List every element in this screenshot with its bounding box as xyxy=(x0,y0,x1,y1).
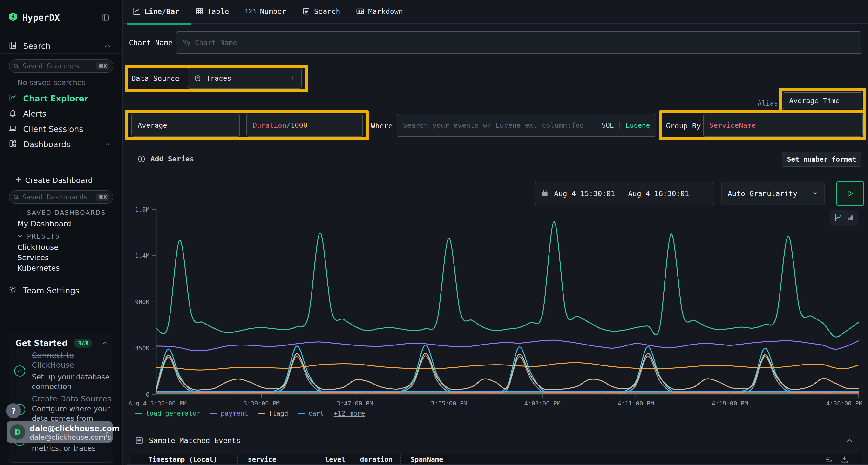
sidebar-item-alerts[interactable]: Alerts xyxy=(23,109,46,119)
svg-text:Aug 4 3:30:00 PM: Aug 4 3:30:00 PM xyxy=(128,400,187,406)
granularity-select[interactable]: Auto Granularity xyxy=(721,182,825,205)
get-started-step-title[interactable]: Connect to ClickHouse xyxy=(32,351,109,370)
add-series-button[interactable]: Add Series xyxy=(137,155,194,163)
tab-table[interactable]: Table xyxy=(195,7,229,16)
table-row-edge xyxy=(127,464,868,465)
sidebar-item-team-settings[interactable]: Team Settings xyxy=(23,286,79,295)
saved-dashboards-input[interactable]: Saved Dashboards ⌘K xyxy=(9,190,113,204)
row-expand-icon[interactable] xyxy=(825,455,833,464)
legend-swatch xyxy=(298,413,305,414)
sidebar-item-client-sessions[interactable]: Client Sessions xyxy=(23,125,83,134)
legend-label: cart xyxy=(308,409,324,417)
time-range-value: Aug 4 15:30:01 - Aug 4 16:30:01 xyxy=(554,189,689,198)
sidebar-item-chart-explorer[interactable]: Chart Explorer xyxy=(23,94,88,103)
where-input[interactable]: Search your events w/ Lucene ex. column:… xyxy=(397,114,656,137)
set-number-format-button[interactable]: Set number format xyxy=(782,152,862,167)
chart-name-input[interactable]: My Chart Name xyxy=(176,31,862,54)
legend-item[interactable]: payment xyxy=(210,409,248,417)
svg-text:4:19:00 PM: 4:19:00 PM xyxy=(712,400,748,406)
chevron-down-icon xyxy=(17,211,23,215)
sidebar-item-kubernetes[interactable]: Kubernetes xyxy=(18,264,60,272)
group-by-label: Group By xyxy=(666,122,701,130)
language-divider: | xyxy=(618,122,622,129)
get-started-step-subtitle: Set up your database connection xyxy=(32,372,112,392)
sidebar-item-dashboards[interactable]: Dashboards xyxy=(23,140,70,149)
tab-line-bar[interactable]: Line/Bar xyxy=(132,7,179,16)
saved-searches-input[interactable]: Saved Searches ⌘K xyxy=(9,59,113,73)
plus-icon xyxy=(15,176,22,183)
collapse-events-icon[interactable] xyxy=(846,438,853,443)
line-chart-icon xyxy=(8,94,17,102)
saved-dashboards-section-header[interactable]: SAVED DASHBOARDS xyxy=(17,209,106,217)
sidebar-item-my-dashboard[interactable]: My Dashboard xyxy=(18,219,71,228)
legend-swatch xyxy=(135,413,142,414)
shortcut-badge: ⌘K xyxy=(96,62,110,70)
svg-text:3:47:00 PM: 3:47:00 PM xyxy=(337,400,373,406)
tab-label: Line/Bar xyxy=(145,7,179,16)
run-query-button[interactable] xyxy=(836,181,864,206)
user-menu[interactable]: D dale@clickhouse.com dale@clickhouse.co… xyxy=(6,421,113,443)
expression-value: 1000 xyxy=(290,121,307,129)
search-icon xyxy=(13,63,20,69)
get-started-collapse-icon[interactable] xyxy=(101,341,108,345)
data-source-label: Data Source xyxy=(131,74,179,82)
legend-item[interactable]: flagd xyxy=(258,409,288,417)
svg-text:450K: 450K xyxy=(135,345,150,352)
data-source-select[interactable]: Traces xyxy=(188,68,302,89)
chevron-down-icon xyxy=(812,190,818,197)
get-started-step-title[interactable]: Create Data Sources xyxy=(32,394,114,404)
presets-section-header[interactable]: PRESETS xyxy=(17,233,60,240)
granularity-value: Auto Granularity xyxy=(728,189,797,198)
sample-events-header[interactable]: Sample Matched Events xyxy=(135,436,240,445)
expression-input[interactable]: Duration/1000 xyxy=(246,114,363,137)
create-dashboard-button[interactable]: Create Dashboard xyxy=(25,176,93,185)
help-button[interactable]: ? xyxy=(6,403,21,418)
collapse-sidebar-icon[interactable] xyxy=(101,13,110,22)
legend-item[interactable]: cart xyxy=(298,409,324,417)
where-label: Where xyxy=(371,122,393,130)
avatar: D xyxy=(10,424,25,440)
sidebar-item-clickhouse[interactable]: ClickHouse xyxy=(18,243,59,252)
markdown-icon xyxy=(356,7,364,15)
line-chart-icon xyxy=(132,7,141,15)
app-title: HyperDX xyxy=(22,12,60,23)
svg-text:1.4M: 1.4M xyxy=(135,252,150,259)
step-done-check-icon xyxy=(14,365,25,376)
legend-item[interactable]: load-generator xyxy=(135,409,200,417)
legend-swatch xyxy=(210,413,217,414)
get-started-step-subtitle: Configure where your data comes from xyxy=(32,404,112,423)
data-source-value: Traces xyxy=(206,74,231,82)
dashboards-collapse-icon[interactable] xyxy=(104,142,111,146)
svg-text:3:39:00 PM: 3:39:00 PM xyxy=(244,400,280,406)
saved-searches-placeholder: Saved Searches xyxy=(23,62,79,70)
chart-legend: load-generatorpaymentflagdcart+12 more xyxy=(135,409,365,417)
list-icon xyxy=(135,436,144,445)
alias-label: Alias xyxy=(757,99,778,107)
aggregation-select[interactable]: Average xyxy=(131,114,240,137)
tab-search[interactable]: Search xyxy=(302,7,340,16)
user-email-sub: dale@clickhouse.com's xyxy=(30,433,111,441)
get-started-card: Get Started 3/3 Connect to ClickHouse Se… xyxy=(9,334,113,463)
alias-input[interactable]: Average Time xyxy=(783,92,863,109)
where-placeholder: Search your events w/ Lucene ex. column:… xyxy=(403,121,584,129)
tab-markdown[interactable]: Markdown xyxy=(356,7,403,16)
svg-text:0: 0 xyxy=(146,391,150,398)
tab-number[interactable]: 123Number xyxy=(245,7,286,16)
legend-label: flagd xyxy=(268,409,288,417)
tab-label: Number xyxy=(260,7,286,16)
select-updown-icon xyxy=(290,76,296,80)
search-icon xyxy=(302,7,310,15)
time-range-picker[interactable]: Aug 4 15:30:01 - Aug 4 16:30:01 xyxy=(535,182,714,205)
search-collapse-icon[interactable] xyxy=(104,43,111,48)
lucene-toggle[interactable]: Lucene xyxy=(626,122,650,129)
search-icon xyxy=(13,194,20,200)
group-by-input[interactable]: ServiceName xyxy=(703,114,863,137)
expression-field: Duration xyxy=(253,121,286,129)
sidebar-section-search[interactable]: Search xyxy=(23,41,51,51)
calendar-icon xyxy=(541,190,549,197)
legend-more-link[interactable]: +12 more xyxy=(334,409,365,417)
download-icon[interactable] xyxy=(840,455,849,464)
sidebar-item-services[interactable]: Services xyxy=(18,253,49,262)
sql-toggle[interactable]: SQL xyxy=(601,122,614,129)
time-series-chart[interactable]: 0450K900K1.4M1.8MAug 4 3:30:00 PM3:39:00… xyxy=(125,206,868,406)
